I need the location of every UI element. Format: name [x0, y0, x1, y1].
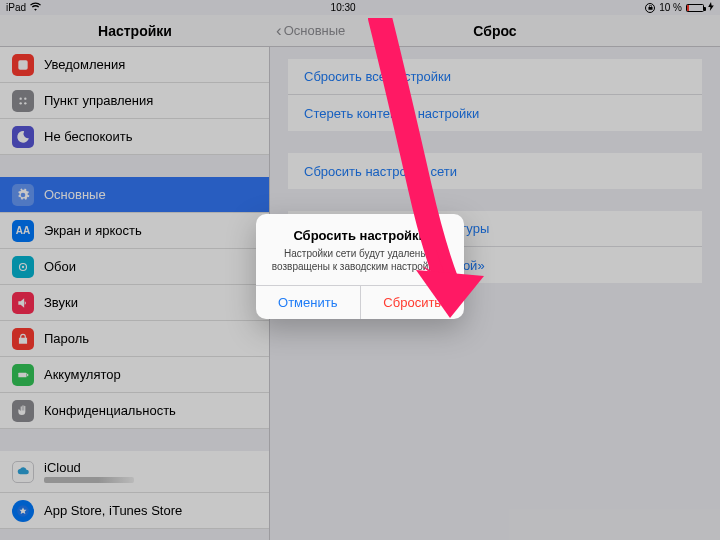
- alert-cancel-button[interactable]: Отменить: [256, 286, 361, 319]
- alert-message: Настройки сети будут удалены и возвращен…: [266, 247, 454, 273]
- alert-confirm-button[interactable]: Сбросить: [361, 286, 465, 319]
- screen: { "statusbar": { "device": "iPad", "time…: [0, 0, 720, 540]
- alert-title: Сбросить настройки: [266, 228, 454, 243]
- confirm-alert: Сбросить настройки Настройки сети будут …: [256, 214, 464, 319]
